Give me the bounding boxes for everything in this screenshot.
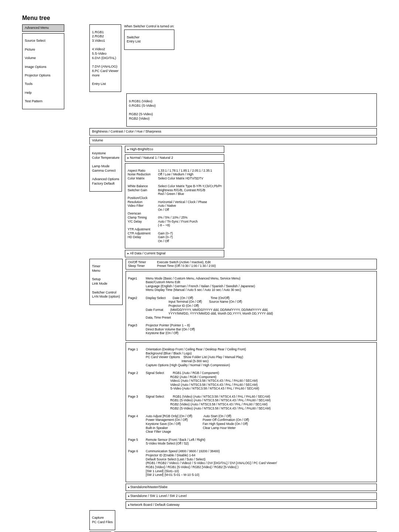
menu-item[interactable]: Test Pattern: [25, 99, 62, 104]
menu-item[interactable]: Volume: [25, 56, 62, 61]
lan-mode: Network Board / Default Gateway: [126, 501, 377, 509]
menu-item[interactable]: Source Select: [25, 39, 62, 43]
menu-item[interactable]: Image Options: [25, 65, 62, 69]
menu-item[interactable]: Tools: [25, 82, 62, 86]
advanced-menu-items[interactable]: Source Select Picture Volume Image Optio…: [22, 33, 64, 110]
switcher-box: SwitcherEntry List: [124, 30, 174, 50]
menu-item[interactable]: Projector Options: [25, 73, 62, 78]
link-mode: Standalone/Master/Slabe: [126, 484, 377, 491]
color-temp: Normal / Natural 1 / Natural 2: [125, 154, 224, 162]
source-list[interactable]: 1.RGB12.RGB23.Video1 4.Video25.S-Video6.…: [89, 24, 121, 92]
menu-item[interactable]: Picture: [25, 48, 62, 52]
timer-detail: On/Off TimerSleep Timer Execute Switch (…: [126, 259, 377, 270]
switcher-note: When Switcher Control is turned on:: [124, 24, 174, 28]
factory-default: All Data / Current Signal: [125, 250, 224, 257]
lamp-mode: High-Bright/Eco: [125, 146, 224, 153]
tools-box[interactable]: CapturePC Card Files: [89, 510, 115, 531]
volume-box: Volume: [89, 137, 377, 144]
projector-options[interactable]: TimerMenu SetupLink Mode Switcher Contro…: [89, 259, 123, 305]
switcher-control: Standalone / SW 1 Level / SW 2 Level: [126, 492, 377, 500]
page-title: Menu tree: [22, 15, 377, 21]
picture-box: Brightness / Contrast / Color / Hue / Sh…: [89, 128, 377, 135]
menu-pages: Page1 Menu Mode (Basic / Custom Menu, Ad…: [126, 271, 377, 341]
more-list: 9.RGB1 (Video)0.RGB1 (S-Video) RGB2 (S-V…: [126, 93, 377, 127]
setup-pages: Page 1 Orientation (Desktop Front / Ceil…: [126, 342, 377, 483]
advanced-menu-header: Advanced Menu: [22, 24, 64, 32]
image-options[interactable]: KeystoneColor Temperature Lamp ModeGamma…: [89, 146, 122, 192]
menu-item[interactable]: Help: [25, 91, 62, 95]
advanced-options-detail: Aspect RatioNoise ReductionColor Matrix …: [125, 163, 224, 248]
